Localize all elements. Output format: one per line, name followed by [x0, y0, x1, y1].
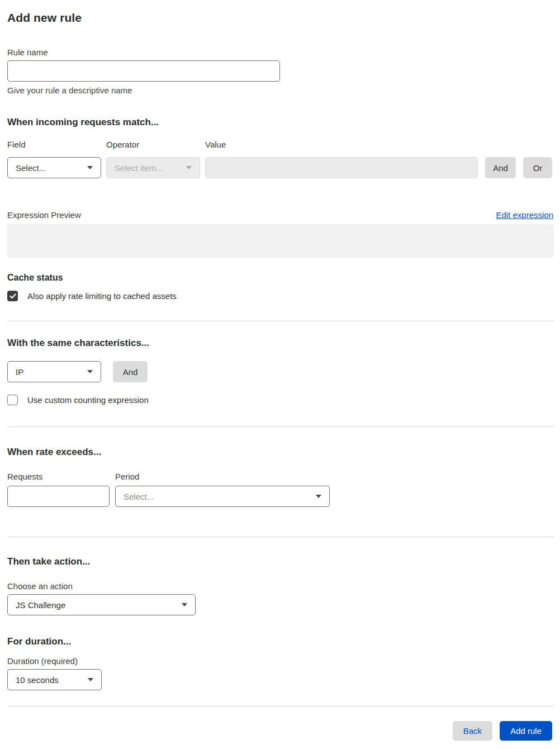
characteristics-and-button[interactable]: And [113, 361, 148, 382]
footer-actions: Back Add rule [7, 721, 553, 741]
cached-assets-checkbox-label: Also apply rate limiting to cached asset… [27, 291, 177, 301]
match-labels-row: Field Operator Value [7, 140, 553, 153]
operator-select-value: Select item... [115, 163, 163, 173]
section-divider [7, 537, 554, 537]
chevron-down-icon [186, 166, 192, 169]
and-button[interactable]: And [485, 157, 516, 178]
counting-expression-row: Use custom counting expression [7, 395, 553, 405]
match-section-heading: When incoming requests match... [7, 117, 553, 128]
characteristics-row: IP And [7, 361, 553, 382]
period-select-value: Select... [124, 492, 154, 501]
counting-expression-label: Use custom counting expression [27, 395, 149, 405]
expression-preview-box [7, 224, 554, 258]
field-label: Field [7, 140, 106, 149]
action-label: Choose an action [7, 581, 553, 591]
duration-heading: For duration... [7, 636, 553, 647]
field-select[interactable]: Select... [7, 157, 101, 178]
chevron-down-icon [87, 370, 93, 373]
cached-assets-checkbox[interactable] [7, 291, 18, 301]
action-select-value: JS Challenge [16, 600, 65, 610]
back-button[interactable]: Back [453, 721, 492, 741]
rule-name-label: Rule name [7, 48, 553, 57]
operator-select[interactable]: Select item... [106, 157, 200, 178]
chevron-down-icon [316, 495, 321, 498]
expression-preview-label: Expression Preview [7, 210, 81, 220]
expression-preview-row: Expression Preview Edit expression [7, 210, 553, 220]
characteristic-select-value: IP [16, 367, 23, 377]
counting-expression-checkbox[interactable] [7, 395, 18, 405]
add-rule-form: Add new rule Rule name Give your rule a … [0, 0, 560, 741]
cache-checkbox-row: Also apply rate limiting to cached asset… [7, 291, 553, 301]
section-divider [7, 426, 554, 427]
duration-label: Duration (required) [7, 656, 553, 666]
edit-expression-link[interactable]: Edit expression [496, 210, 553, 220]
value-label: Value [205, 140, 226, 149]
section-divider [7, 321, 554, 321]
operator-label: Operator [106, 140, 205, 149]
page-title: Add new rule [7, 11, 553, 25]
action-heading: Then take action... [7, 556, 553, 567]
rate-controls-row: Select... [7, 486, 553, 507]
chevron-down-icon [88, 678, 93, 681]
requests-input[interactable] [7, 486, 110, 507]
period-label: Period [115, 472, 139, 481]
characteristic-select[interactable]: IP [7, 361, 101, 382]
chevron-down-icon [182, 603, 187, 606]
rate-heading: When rate exceeds... [7, 447, 553, 458]
period-select[interactable]: Select... [115, 486, 330, 507]
add-rule-button[interactable]: Add rule [500, 721, 552, 741]
chevron-down-icon [87, 166, 93, 169]
duration-select-value: 10 seconds [16, 675, 59, 685]
requests-label: Requests [7, 472, 115, 481]
characteristics-heading: With the same characteristics... [7, 338, 553, 349]
match-controls-row: Select... Select item... And Or [7, 157, 553, 178]
rate-labels-row: Requests Period [7, 472, 553, 485]
rule-name-input[interactable] [7, 60, 280, 82]
check-icon [10, 293, 16, 299]
rule-name-helper: Give your rule a descriptive name [7, 86, 553, 95]
duration-select[interactable]: 10 seconds [7, 669, 102, 690]
action-select[interactable]: JS Challenge [7, 594, 196, 615]
or-button[interactable]: Or [523, 157, 552, 178]
cache-status-heading: Cache status [7, 273, 553, 283]
footer-divider [7, 706, 554, 707]
field-select-value: Select... [16, 163, 46, 173]
value-input[interactable] [205, 157, 478, 178]
